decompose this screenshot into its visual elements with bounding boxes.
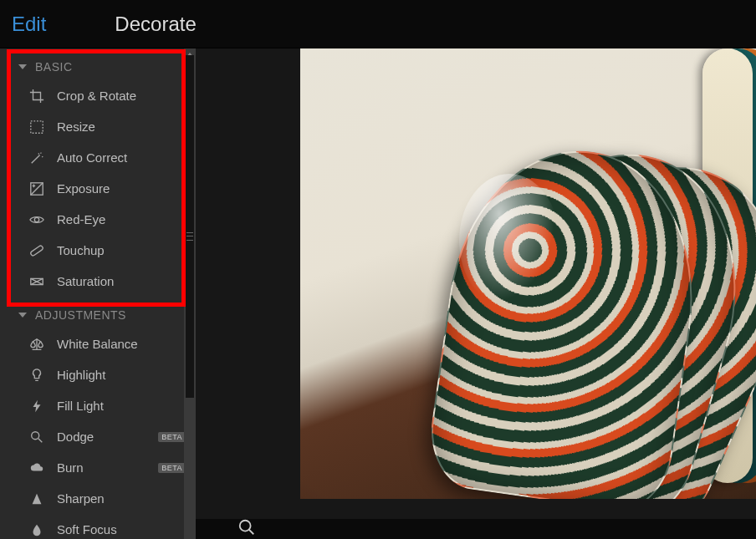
tool-saturation[interactable]: Saturation [0, 266, 196, 297]
section-header-adjustments[interactable]: ADJUSTMENTS [0, 297, 196, 328]
tool-label: Dodge [57, 430, 94, 444]
svg-rect-0 [31, 120, 43, 132]
tool-label: White Balance [57, 337, 138, 351]
sidebar-scrollbar[interactable] [184, 48, 196, 539]
tool-label: Highlight [57, 368, 105, 382]
tool-dodge[interactable]: Dodge BETA [0, 421, 196, 452]
scrollbar-thumb[interactable] [186, 55, 194, 398]
tool-label: Touchup [57, 243, 105, 257]
caret-down-icon [18, 64, 27, 69]
tab-edit[interactable]: Edit [8, 13, 49, 36]
svg-point-2 [34, 217, 38, 221]
wand-icon [28, 150, 45, 166]
saturation-icon [28, 273, 45, 290]
top-tab-bar: Edit Decorate [0, 0, 756, 48]
photo-preview [300, 48, 756, 499]
exposure-icon [28, 181, 45, 197]
section-label: BASIC [35, 60, 73, 74]
bandage-icon [28, 242, 45, 259]
tools-sidebar: BASIC Crop & Rotate Resize Auto Correct [0, 48, 196, 539]
tool-highlight[interactable]: Highlight [0, 359, 196, 390]
svg-rect-3 [30, 245, 43, 257]
tool-label: Saturation [57, 274, 114, 288]
tool-exposure[interactable]: Exposure [0, 173, 196, 204]
bolt-icon [28, 398, 45, 414]
tool-sharpen[interactable]: Sharpen [0, 483, 196, 514]
bulb-icon [28, 367, 45, 384]
tool-label: Crop & Rotate [57, 89, 136, 103]
section-label: ADJUSTMENTS [35, 308, 126, 322]
resize-icon [28, 119, 45, 135]
tool-label: Fill Light [57, 399, 104, 413]
cloud-icon [28, 460, 45, 476]
zoom-icon[interactable] [238, 518, 256, 539]
tool-burn[interactable]: Burn BETA [0, 452, 196, 483]
svg-point-5 [32, 431, 39, 439]
tool-white-balance[interactable]: White Balance [0, 328, 196, 359]
drop-icon [28, 521, 45, 538]
canvas-area [196, 48, 756, 539]
beta-badge: BETA [158, 432, 186, 442]
tool-label: Resize [57, 119, 95, 134]
tool-crop-rotate[interactable]: Crop & Rotate [0, 80, 196, 111]
magnifier-icon [28, 429, 45, 445]
section-header-basic[interactable]: BASIC [0, 48, 196, 80]
tool-label: Sharpen [57, 491, 105, 506]
triangle-icon [28, 491, 45, 507]
crop-icon [28, 88, 45, 104]
scrollbar-grip [186, 231, 193, 242]
tool-resize[interactable]: Resize [0, 111, 196, 142]
tool-auto-correct[interactable]: Auto Correct [0, 142, 196, 173]
tool-touchup[interactable]: Touchup [0, 235, 196, 266]
eye-icon [28, 211, 45, 228]
tab-decorate[interactable]: Decorate [111, 13, 199, 36]
tool-red-eye[interactable]: Red-Eye [0, 204, 196, 235]
tool-label: Exposure [57, 181, 110, 196]
tool-label: Soft Focus [57, 522, 117, 536]
bottom-toolbar [196, 519, 756, 539]
tool-label: Red-Eye [57, 212, 105, 226]
beta-badge: BETA [158, 463, 186, 473]
image-viewport[interactable] [196, 48, 756, 519]
caret-down-icon [18, 313, 27, 318]
tool-fill-light[interactable]: Fill Light [0, 390, 196, 421]
tool-soft-focus[interactable]: Soft Focus [0, 514, 196, 539]
scale-icon [28, 336, 45, 353]
tool-label: Auto Correct [57, 150, 127, 165]
svg-point-6 [240, 521, 251, 531]
tool-label: Burn [57, 460, 84, 475]
